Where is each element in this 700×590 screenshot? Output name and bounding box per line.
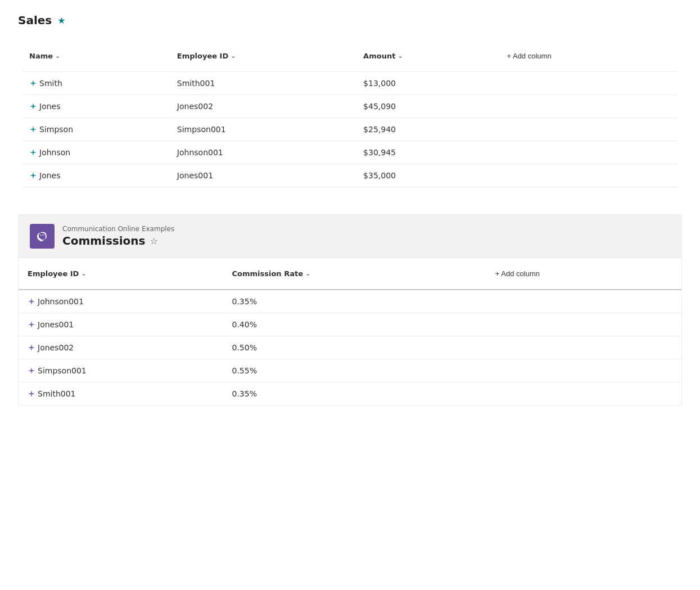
comm-rate-cell: 0.35% bbox=[223, 382, 479, 406]
comm-rate-cell: 0.40% bbox=[223, 313, 479, 336]
sales-name-cell: Jones bbox=[22, 164, 170, 187]
comm-row-sparkle-icon bbox=[28, 298, 35, 305]
employee-id-sort-icon: ⌄ bbox=[231, 52, 236, 60]
commissions-section: Communication Online Examples Commission… bbox=[18, 214, 682, 406]
sales-add-column-button[interactable]: + Add column bbox=[500, 46, 558, 66]
comm-row-sparkle-icon bbox=[28, 344, 35, 352]
comm-employee-id-cell: Jones002 bbox=[19, 336, 223, 359]
row-sparkle-icon bbox=[29, 125, 37, 133]
sales-employee-id-cell: Smith001 bbox=[170, 72, 356, 95]
row-sparkle-icon bbox=[29, 172, 37, 179]
section-spacer bbox=[18, 187, 682, 214]
commissions-col-rate[interactable]: Commission Rate ⌄ bbox=[223, 258, 479, 290]
commissions-title-row: Commissions ☆ bbox=[62, 234, 174, 247]
commissions-header-row: Employee ID ⌄ Commission Rate ⌄ + Add co… bbox=[19, 258, 681, 290]
table-row[interactable]: Simpson Simpson001 $25,940 bbox=[22, 118, 678, 141]
sales-col-amount[interactable]: Amount ⌄ bbox=[356, 40, 493, 72]
piggy-bank-icon bbox=[35, 229, 49, 243]
page-title: Sales bbox=[18, 13, 52, 27]
sales-amount-cell: $13,000 bbox=[356, 72, 493, 95]
sales-employee-id-cell: Jones001 bbox=[170, 164, 356, 187]
comm-row-sparkle-icon bbox=[28, 367, 35, 375]
comm-extra-cell bbox=[480, 382, 681, 406]
comm-row-sparkle-icon bbox=[28, 390, 35, 398]
list-item[interactable]: Smith001 0.35% bbox=[19, 382, 681, 406]
comm-employee-id-cell: Simpson001 bbox=[19, 359, 223, 382]
comm-row-sparkle-icon bbox=[28, 321, 35, 328]
list-item[interactable]: Simpson001 0.55% bbox=[19, 359, 681, 382]
commissions-add-column-button[interactable]: + Add column bbox=[489, 264, 547, 283]
sales-name-cell: Jones bbox=[22, 95, 170, 118]
sales-name-cell: Johnson bbox=[22, 141, 170, 164]
comm-extra-cell bbox=[480, 313, 681, 336]
list-item[interactable]: Jones001 0.40% bbox=[19, 313, 681, 336]
comm-extra-cell bbox=[480, 359, 681, 382]
comm-rate-cell: 0.35% bbox=[223, 290, 479, 313]
sales-add-column-header[interactable]: + Add column bbox=[493, 40, 678, 72]
sales-header-row: Name ⌄ Employee ID ⌄ Amount ⌄ bbox=[22, 40, 678, 72]
comm-employee-id-sort-icon: ⌄ bbox=[81, 270, 86, 277]
table-row[interactable]: Smith Smith001 $13,000 bbox=[22, 72, 678, 95]
sales-extra-cell bbox=[493, 118, 678, 141]
commissions-subtitle: Communication Online Examples bbox=[62, 225, 174, 233]
row-sparkle-icon bbox=[29, 102, 37, 110]
sales-extra-cell bbox=[493, 164, 678, 187]
sales-extra-cell bbox=[493, 141, 678, 164]
sales-amount-cell: $35,000 bbox=[356, 164, 493, 187]
commissions-header: Communication Online Examples Commission… bbox=[19, 215, 681, 258]
sales-amount-cell: $30,945 bbox=[356, 141, 493, 164]
comm-employee-id-cell: Jones001 bbox=[19, 313, 223, 336]
amount-sort-icon: ⌄ bbox=[398, 52, 403, 60]
row-sparkle-icon bbox=[29, 79, 37, 87]
name-sort-icon: ⌄ bbox=[55, 52, 60, 60]
sales-table: Name ⌄ Employee ID ⌄ Amount ⌄ bbox=[22, 40, 678, 187]
sales-amount-cell: $25,940 bbox=[356, 118, 493, 141]
sales-employee-id-cell: Johnson001 bbox=[170, 141, 356, 164]
comm-rate-cell: 0.55% bbox=[223, 359, 479, 382]
comm-rate-sort-icon: ⌄ bbox=[305, 270, 310, 277]
sales-star-icon[interactable]: ★ bbox=[57, 15, 65, 26]
commissions-star-icon[interactable]: ☆ bbox=[150, 236, 158, 246]
comm-extra-cell bbox=[480, 336, 681, 359]
sales-table-wrapper: Name ⌄ Employee ID ⌄ Amount ⌄ bbox=[18, 40, 682, 187]
commissions-col-employee-id[interactable]: Employee ID ⌄ bbox=[19, 258, 223, 290]
sales-extra-cell bbox=[493, 95, 678, 118]
row-sparkle-icon bbox=[29, 148, 37, 156]
table-row[interactable]: Jones Jones001 $35,000 bbox=[22, 164, 678, 187]
sales-col-employee-id[interactable]: Employee ID ⌄ bbox=[170, 40, 356, 72]
comm-employee-id-cell: Smith001 bbox=[19, 382, 223, 406]
commissions-title-block: Communication Online Examples Commission… bbox=[62, 225, 174, 247]
sales-employee-id-cell: Simpson001 bbox=[170, 118, 356, 141]
sales-col-name[interactable]: Name ⌄ bbox=[22, 40, 170, 72]
list-item[interactable]: Johnson001 0.35% bbox=[19, 290, 681, 313]
page-header: Sales ★ bbox=[18, 13, 682, 27]
commissions-add-column-header[interactable]: + Add column bbox=[480, 258, 681, 290]
commissions-icon bbox=[30, 224, 55, 249]
commissions-table: Employee ID ⌄ Commission Rate ⌄ + Add co… bbox=[19, 258, 681, 405]
comm-employee-id-cell: Johnson001 bbox=[19, 290, 223, 313]
commissions-body: Employee ID ⌄ Commission Rate ⌄ + Add co… bbox=[19, 258, 681, 405]
table-row[interactable]: Jones Jones002 $45,090 bbox=[22, 95, 678, 118]
sales-employee-id-cell: Jones002 bbox=[170, 95, 356, 118]
sales-extra-cell bbox=[493, 72, 678, 95]
commissions-title-text: Commissions bbox=[62, 234, 146, 247]
sales-name-cell: Simpson bbox=[22, 118, 170, 141]
comm-rate-cell: 0.50% bbox=[223, 336, 479, 359]
sales-amount-cell: $45,090 bbox=[356, 95, 493, 118]
sales-name-cell: Smith bbox=[22, 72, 170, 95]
table-row[interactable]: Johnson Johnson001 $30,945 bbox=[22, 141, 678, 164]
list-item[interactable]: Jones002 0.50% bbox=[19, 336, 681, 359]
comm-extra-cell bbox=[480, 290, 681, 313]
